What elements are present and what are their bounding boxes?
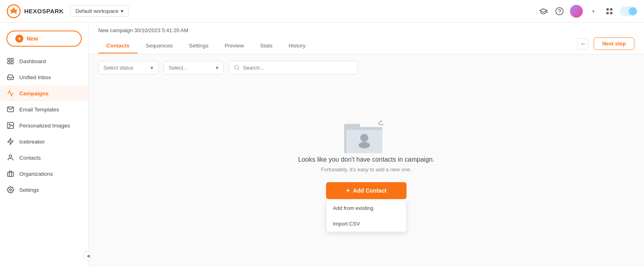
svg-rect-4 <box>607 8 609 10</box>
email-icon <box>6 105 14 113</box>
logo-icon <box>6 4 21 18</box>
workspace-label: Default workspace <box>75 8 118 14</box>
sidebar-item-icebreaker[interactable]: Icebreaker <box>0 134 88 150</box>
svg-point-13 <box>9 124 10 125</box>
svg-marker-15 <box>8 139 13 145</box>
svg-point-25 <box>359 142 370 148</box>
avatar[interactable] <box>570 5 583 18</box>
content-area: New campaign 30/10/2023 5:41:20 AM Conta… <box>89 23 644 267</box>
status-filter[interactable]: Select status ▾ <box>98 61 159 74</box>
tab-nav: ← Next step <box>578 37 634 54</box>
graduation-cap-icon[interactable] <box>538 6 549 17</box>
svg-rect-11 <box>11 62 13 64</box>
inbox-icon <box>6 73 14 81</box>
new-button-label: New <box>27 35 38 42</box>
help-icon[interactable] <box>554 6 565 17</box>
tab-history[interactable]: History <box>281 39 314 53</box>
svg-point-19 <box>235 65 239 69</box>
filters-bar: Select status ▾ Select... ▾ <box>89 54 644 81</box>
secondary-filter[interactable]: Select... ▾ <box>163 61 224 74</box>
sidebar-label-personalized-images: Personalized Images <box>19 123 70 129</box>
icebreaker-icon <box>6 138 14 146</box>
campaign-header: New campaign 30/10/2023 5:41:20 AM Conta… <box>89 23 644 54</box>
grid-icon[interactable] <box>604 6 615 17</box>
add-contact-label: Add Contact <box>353 187 386 194</box>
sidebar: + New Dashboard Unified Inbox Campaigns <box>0 23 89 267</box>
organizations-icon <box>6 170 14 178</box>
plus-icon: + <box>15 35 23 43</box>
empty-state: Looks like you don't have contacts in ca… <box>89 81 644 267</box>
back-button[interactable]: ← <box>578 38 589 49</box>
chevron-down-icon: ▾ <box>121 8 124 14</box>
sidebar-label-icebreaker: Icebreaker <box>19 139 45 145</box>
sidebar-item-unified-inbox[interactable]: Unified Inbox <box>0 69 88 85</box>
logo: HEXOSPARK <box>6 4 64 18</box>
svg-line-28 <box>380 121 382 123</box>
svg-point-24 <box>360 134 368 142</box>
chevron-down-icon: ▾ <box>151 65 153 71</box>
add-contact-button[interactable]: + Add Contact <box>326 182 407 199</box>
topbar-right: ▾ <box>538 5 638 18</box>
select-placeholder: Select... <box>169 65 188 71</box>
topbar-left: HEXOSPARK Default workspace ▾ <box>6 4 129 18</box>
next-step-button[interactable]: Next step <box>594 37 634 50</box>
campaigns-icon <box>6 89 14 97</box>
status-placeholder: Select status <box>103 65 133 71</box>
sidebar-item-contacts[interactable]: Contacts <box>0 150 88 166</box>
empty-folder-icon <box>342 116 390 156</box>
main-layout: + New Dashboard Unified Inbox Campaigns <box>0 23 644 267</box>
campaign-title: New campaign 30/10/2023 5:41:20 AM <box>98 27 634 33</box>
dashboard-icon <box>6 57 14 65</box>
logo-text: HEXOSPARK <box>24 8 64 14</box>
new-button[interactable]: + New <box>6 31 82 47</box>
import-csv-item[interactable]: Import CSV <box>326 216 406 232</box>
tab-sequences[interactable]: Sequences <box>138 39 181 53</box>
svg-rect-17 <box>8 172 14 177</box>
svg-rect-5 <box>610 8 613 10</box>
tab-settings[interactable]: Settings <box>181 39 217 53</box>
svg-rect-7 <box>610 12 613 14</box>
sidebar-label-dashboard: Dashboard <box>19 58 46 64</box>
add-contact-dropdown: Add from existing Import CSV <box>326 200 407 232</box>
plus-icon: + <box>346 187 350 194</box>
svg-rect-10 <box>8 62 10 64</box>
svg-marker-1 <box>10 7 18 14</box>
search-box[interactable] <box>229 61 357 74</box>
svg-point-16 <box>9 155 12 157</box>
sidebar-item-organizations[interactable]: Organizations <box>0 166 88 182</box>
settings-icon <box>6 186 14 194</box>
sidebar-item-personalized-images[interactable]: Personalized Images <box>0 117 88 134</box>
empty-subtitle: Fortunately, it's easy to add a new one. <box>321 166 412 173</box>
sidebar-label-unified-inbox: Unified Inbox <box>19 74 51 80</box>
sidebar-item-email-templates[interactable]: Email Templates <box>0 101 88 117</box>
image-icon <box>6 121 14 129</box>
sidebar-label-email-templates: Email Templates <box>19 107 59 113</box>
svg-rect-22 <box>344 124 360 129</box>
sidebar-item-settings[interactable]: Settings <box>0 182 88 198</box>
tab-preview[interactable]: Preview <box>217 39 252 53</box>
svg-rect-8 <box>8 58 10 60</box>
add-contact-wrapper: + Add Contact Add from existing Import C… <box>326 182 407 232</box>
sidebar-item-campaigns[interactable]: Campaigns <box>0 85 88 101</box>
tab-stats[interactable]: Stats <box>252 39 281 53</box>
svg-rect-6 <box>607 12 609 14</box>
topbar: HEXOSPARK Default workspace ▾ ▾ <box>0 0 644 23</box>
tab-contacts[interactable]: Contacts <box>98 39 138 53</box>
svg-rect-9 <box>11 58 13 60</box>
sidebar-label-settings: Settings <box>19 187 39 193</box>
sidebar-label-organizations: Organizations <box>19 171 53 177</box>
svg-point-18 <box>10 189 12 191</box>
sidebar-label-campaigns: Campaigns <box>19 90 49 97</box>
chevron-down-icon[interactable]: ▾ <box>588 6 599 17</box>
sidebar-item-dashboard[interactable]: Dashboard <box>0 53 88 69</box>
search-input[interactable] <box>243 65 352 71</box>
svg-line-20 <box>238 69 239 70</box>
campaign-tabs: Contacts Sequences Settings Preview Stat… <box>98 38 314 53</box>
add-from-existing-item[interactable]: Add from existing <box>326 200 406 216</box>
workspace-selector[interactable]: Default workspace ▾ <box>70 5 129 17</box>
contacts-icon <box>6 154 14 162</box>
theme-toggle[interactable] <box>620 6 638 16</box>
search-icon <box>234 64 240 71</box>
sidebar-label-contacts: Contacts <box>19 155 41 161</box>
chevron-down-icon: ▾ <box>216 65 219 71</box>
